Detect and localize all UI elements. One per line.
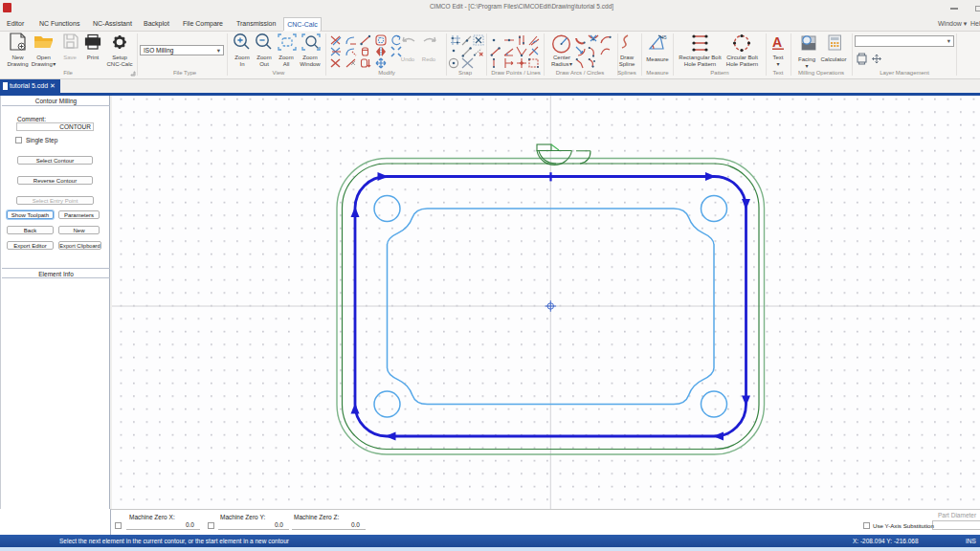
svg-text:A: A <box>772 34 782 50</box>
svg-text:45: 45 <box>661 34 667 40</box>
